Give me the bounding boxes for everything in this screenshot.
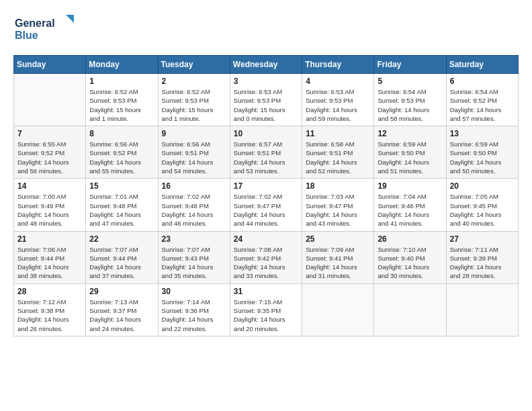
calendar-cell: 7Sunrise: 6:55 AM Sunset: 9:52 PM Daylig… [14,126,86,179]
calendar-cell: 26Sunrise: 7:10 AM Sunset: 9:40 PM Dayli… [374,231,446,283]
day-info: Sunrise: 7:14 AM Sunset: 9:36 PM Dayligh… [162,298,226,333]
day-number: 9 [162,129,226,138]
day-number: 22 [89,234,154,244]
day-number: 14 [17,181,82,191]
day-number: 7 [17,129,82,138]
day-info: Sunrise: 7:11 AM Sunset: 9:39 PM Dayligh… [450,245,515,281]
calendar-cell: 17Sunrise: 7:02 AM Sunset: 9:47 PM Dayli… [230,179,302,231]
calendar-cell: 21Sunrise: 7:06 AM Sunset: 9:44 PM Dayli… [14,231,86,283]
day-number: 3 [234,77,298,86]
calendar-cell [302,283,374,336]
weekday-header-row: SundayMondayTuesdayWednesdayThursdayFrid… [14,56,519,74]
day-number: 15 [89,181,154,191]
day-info: Sunrise: 6:53 AM Sunset: 9:53 PM Dayligh… [306,87,370,123]
day-number: 5 [378,77,442,86]
weekday-header-tuesday: Tuesday [158,56,230,74]
day-info: Sunrise: 7:02 AM Sunset: 9:48 PM Dayligh… [162,192,226,228]
day-info: Sunrise: 6:54 AM Sunset: 9:53 PM Dayligh… [378,87,442,123]
logo-graphic: General Blue [13,13,81,50]
calendar-cell: 4Sunrise: 6:53 AM Sunset: 9:53 PM Daylig… [302,74,374,126]
day-number: 21 [17,234,82,244]
calendar-cell: 10Sunrise: 6:57 AM Sunset: 9:51 PM Dayli… [230,126,302,179]
day-number: 11 [306,129,370,138]
day-number: 6 [450,77,515,86]
calendar-cell [14,74,86,126]
weekday-header-friday: Friday [374,56,446,74]
day-info: Sunrise: 7:15 AM Sunset: 9:35 PM Dayligh… [234,298,298,333]
day-info: Sunrise: 6:56 AM Sunset: 9:51 PM Dayligh… [162,140,226,175]
day-number: 1 [89,77,154,86]
calendar-cell: 19Sunrise: 7:04 AM Sunset: 9:46 PM Dayli… [374,179,446,231]
calendar-cell: 1Sunrise: 6:52 AM Sunset: 9:53 PM Daylig… [86,74,158,126]
day-number: 26 [378,234,442,244]
week-row-1: 1Sunrise: 6:52 AM Sunset: 9:53 PM Daylig… [14,74,519,126]
day-info: Sunrise: 6:59 AM Sunset: 9:50 PM Dayligh… [450,140,515,175]
weekday-header-saturday: Saturday [446,56,518,74]
week-row-4: 21Sunrise: 7:06 AM Sunset: 9:44 PM Dayli… [14,231,519,283]
day-number: 19 [378,181,442,191]
day-number: 2 [162,77,226,86]
day-info: Sunrise: 7:10 AM Sunset: 9:40 PM Dayligh… [378,245,442,281]
day-number: 29 [89,287,154,296]
svg-text:Blue: Blue [15,30,38,41]
day-info: Sunrise: 7:13 AM Sunset: 9:37 PM Dayligh… [89,298,154,333]
day-number: 17 [234,181,298,191]
day-info: Sunrise: 7:07 AM Sunset: 9:44 PM Dayligh… [89,245,154,281]
day-info: Sunrise: 7:09 AM Sunset: 9:41 PM Dayligh… [306,245,370,281]
day-number: 4 [306,77,370,86]
calendar-cell: 20Sunrise: 7:05 AM Sunset: 9:45 PM Dayli… [446,179,518,231]
calendar-cell [374,283,446,336]
calendar-cell: 25Sunrise: 7:09 AM Sunset: 9:41 PM Dayli… [302,231,374,283]
logo: General Blue [13,13,81,50]
day-number: 20 [450,181,515,191]
calendar-cell: 23Sunrise: 7:07 AM Sunset: 9:43 PM Dayli… [158,231,230,283]
day-info: Sunrise: 7:12 AM Sunset: 9:38 PM Dayligh… [17,298,82,333]
day-number: 30 [162,287,226,296]
day-number: 16 [162,181,226,191]
weekday-header-wednesday: Wednesday [230,56,302,74]
svg-text:General: General [15,17,55,29]
calendar-cell: 11Sunrise: 6:58 AM Sunset: 9:51 PM Dayli… [302,126,374,179]
calendar-table: SundayMondayTuesdayWednesdayThursdayFrid… [13,55,519,336]
day-number: 12 [378,129,442,138]
day-info: Sunrise: 6:55 AM Sunset: 9:52 PM Dayligh… [17,140,82,175]
page-header: General Blue [13,13,519,50]
calendar-cell: 2Sunrise: 6:52 AM Sunset: 9:53 PM Daylig… [158,74,230,126]
calendar-cell: 29Sunrise: 7:13 AM Sunset: 9:37 PM Dayli… [86,283,158,336]
day-info: Sunrise: 6:57 AM Sunset: 9:51 PM Dayligh… [234,140,298,175]
day-info: Sunrise: 6:59 AM Sunset: 9:50 PM Dayligh… [378,140,442,175]
calendar-cell: 3Sunrise: 6:53 AM Sunset: 9:53 PM Daylig… [230,74,302,126]
calendar-cell [446,283,518,336]
day-number: 28 [17,287,82,296]
calendar-cell: 27Sunrise: 7:11 AM Sunset: 9:39 PM Dayli… [446,231,518,283]
calendar-cell: 8Sunrise: 6:56 AM Sunset: 9:52 PM Daylig… [86,126,158,179]
day-info: Sunrise: 7:01 AM Sunset: 9:48 PM Dayligh… [89,192,154,228]
weekday-header-sunday: Sunday [14,56,86,74]
day-number: 25 [306,234,370,244]
day-info: Sunrise: 7:08 AM Sunset: 9:42 PM Dayligh… [234,245,298,281]
calendar-cell: 22Sunrise: 7:07 AM Sunset: 9:44 PM Dayli… [86,231,158,283]
day-number: 8 [89,129,154,138]
calendar-cell: 6Sunrise: 6:54 AM Sunset: 9:52 PM Daylig… [446,74,518,126]
weekday-header-thursday: Thursday [302,56,374,74]
day-info: Sunrise: 6:56 AM Sunset: 9:52 PM Dayligh… [89,140,154,175]
day-info: Sunrise: 6:52 AM Sunset: 9:53 PM Dayligh… [89,87,154,123]
week-row-3: 14Sunrise: 7:00 AM Sunset: 9:49 PM Dayli… [14,179,519,231]
calendar-cell: 24Sunrise: 7:08 AM Sunset: 9:42 PM Dayli… [230,231,302,283]
calendar-cell: 31Sunrise: 7:15 AM Sunset: 9:35 PM Dayli… [230,283,302,336]
day-info: Sunrise: 6:53 AM Sunset: 9:53 PM Dayligh… [234,87,298,123]
day-number: 23 [162,234,226,244]
day-info: Sunrise: 7:02 AM Sunset: 9:47 PM Dayligh… [234,192,298,228]
day-number: 10 [234,129,298,138]
calendar-cell: 14Sunrise: 7:00 AM Sunset: 9:49 PM Dayli… [14,179,86,231]
day-number: 31 [234,287,298,296]
day-info: Sunrise: 6:52 AM Sunset: 9:53 PM Dayligh… [162,87,226,123]
day-info: Sunrise: 7:04 AM Sunset: 9:46 PM Dayligh… [378,192,442,228]
day-number: 18 [306,181,370,191]
calendar-cell: 28Sunrise: 7:12 AM Sunset: 9:38 PM Dayli… [14,283,86,336]
day-info: Sunrise: 6:54 AM Sunset: 9:52 PM Dayligh… [450,87,515,123]
calendar-cell: 30Sunrise: 7:14 AM Sunset: 9:36 PM Dayli… [158,283,230,336]
day-number: 24 [234,234,298,244]
svg-marker-2 [66,15,74,23]
calendar-cell: 16Sunrise: 7:02 AM Sunset: 9:48 PM Dayli… [158,179,230,231]
